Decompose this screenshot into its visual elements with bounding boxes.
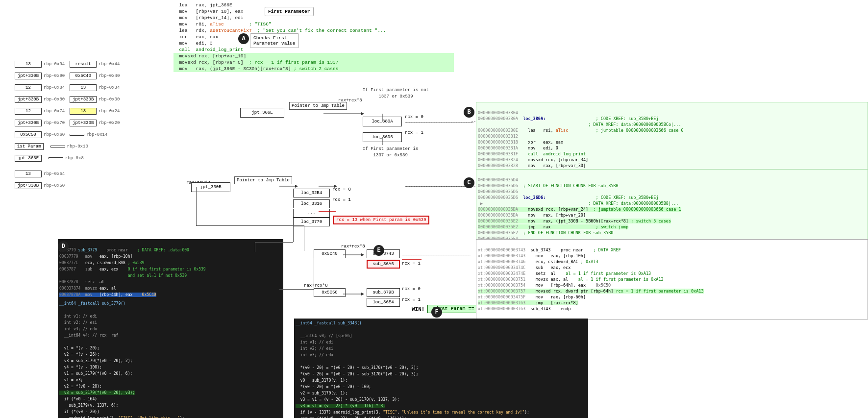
bubble-d: D — [58, 241, 69, 252]
win-text: WIN! — [412, 306, 424, 312]
asm-line-9: movsxd rcx, [rbp+var_10] — [174, 53, 454, 59]
asm-line-8: call android_log_print — [174, 47, 454, 53]
stack-frame-area: 13 rbp-0x94 result rbp-0x44 jpt+330B rbp… — [15, 59, 167, 192]
first-param-callout: First Parameter — [265, 7, 314, 16]
stack-val-7b — [70, 134, 84, 136]
bubble-b: B — [464, 107, 474, 118]
label-pointer-jmptable-2: Pointer to Jmp Table — [234, 176, 292, 184]
label-pointer-jmptable-1: Pointer to Jmp Table — [289, 102, 347, 110]
raxrcx-label-3: rax+rcx*8 — [341, 244, 365, 249]
bubble-e: E — [373, 245, 384, 256]
stack-val-9b — [49, 157, 63, 159]
asm-line-4: mov r8i, aTisc ; "TISC" — [174, 21, 454, 27]
main-container: A B C D E F lea rax, jpt_366E mov [rbp+v… — [0, 0, 868, 418]
asm-line-11: mov rax, (jpt_366E - SC30h)[rax+rcx*8] ;… — [174, 66, 454, 72]
rcx1-label-4: rcx = 1 — [402, 297, 421, 302]
flow-box-loc380a: loc_380A — [363, 117, 402, 126]
stack-val-6a: jpt+330B — [15, 120, 42, 126]
stack-val-5b: 13 — [70, 108, 97, 115]
stack-val-1b: result — [70, 61, 97, 68]
stack-val-3a: 12 — [15, 84, 42, 91]
panel-e: xt:0000000000003743 sub_3743 proc near ;… — [476, 239, 868, 320]
stack-val-8b — [50, 146, 65, 148]
source-panel-right: __int64 _fastcall sub_3343() __int64 v0;… — [294, 319, 588, 418]
horiz-line-3 — [255, 242, 293, 243]
raxrcx-label-1: rax+rcx*8 — [338, 98, 362, 103]
asm-line-10: movsxd rcx, [rbp+var_C] ; rcx = 1 if fir… — [174, 59, 454, 66]
stack-val-5a: 12 — [15, 108, 42, 115]
flow-box-loc3316: loc_3316 — [293, 199, 330, 208]
stack-val-8a: 1st Param — [15, 143, 44, 150]
raxrcx-label-4: rax+rcx*8 — [304, 283, 328, 288]
flow-box-jpt366e: jpt_366E — [240, 108, 284, 118]
stack-val-2b: 0x5C40 — [70, 73, 97, 79]
rcx13-label: rcx = 13 when First param is 0x539 — [333, 216, 429, 224]
source-panel-left: __int64 _fastcall sub_3779() int v1; // … — [58, 299, 283, 418]
checks-first-param-callout: Checks FirstParameter value — [250, 33, 299, 48]
rcx0-label-1: rcx = 0 — [405, 115, 423, 120]
connect-line-c — [405, 186, 473, 187]
flow-box-sub36a6: sub_36A6 — [367, 260, 400, 269]
stack-val-9a: jpt 366E — [15, 155, 42, 162]
stack-val-1a: 13 — [15, 61, 42, 68]
vertical-line-5 — [255, 242, 255, 252]
stack-val-4b: jpt+330B — [70, 96, 97, 103]
connect-line-e — [402, 255, 471, 255]
if-1337-label: If First parameter is1337 or 0x539 — [363, 146, 418, 159]
connect-line-b — [405, 122, 473, 123]
asm-line-5: lea rdx, aBetYouCantFixT ; "Set you can'… — [174, 27, 454, 34]
if-not-1337-label: If First parameter is not1337 or 0x539 — [363, 87, 429, 100]
horiz-line-2 — [279, 289, 314, 290]
stack-val-10a: 13 — [15, 171, 42, 177]
flow-box-loc36e4: loc_36E4 — [367, 298, 400, 307]
rcx1-label-3: rcx = 1 — [402, 261, 421, 266]
bubble-c: C — [464, 177, 474, 188]
top-asm-panel: lea rax, jpt_366E mov [rbp+var_10], eax … — [172, 0, 456, 74]
asm-line-3: mov [rbp+var_14], edi — [174, 15, 454, 21]
flow-box-loc32b4: loc_32B4 — [293, 189, 330, 197]
bubble-f: F — [431, 307, 442, 318]
asm-line-7: mov edi, 3 — [174, 40, 454, 47]
flow-box-loc36d6: loc_36D6 — [363, 132, 402, 142]
stack-val-11a: jpt+330B — [15, 182, 42, 189]
vertical-line-2 — [196, 187, 197, 225]
horiz-line-1 — [196, 225, 304, 226]
flow-box-sub379b: sub_379B — [367, 288, 400, 297]
rcx0-label-3: rcx = 0 — [402, 287, 421, 292]
stack-val-7a: 0x5C50 — [15, 131, 42, 138]
flow-box-dots: ... — [293, 209, 330, 218]
flow-box-jpt330b: jpt_330B — [191, 182, 230, 192]
asm-line-2: mov [rbp+var_10], eax — [174, 8, 454, 15]
stack-val-4a: jpt+330B — [15, 96, 42, 103]
stack-val-3b: 13 — [70, 84, 97, 91]
bubble-a: A — [238, 33, 249, 44]
flow-box-5c40: 0x5C40 — [314, 249, 346, 258]
stack-val-6b: jpt+330B — [70, 120, 97, 126]
rcx0-label-2: rcx = 0 — [332, 187, 351, 192]
stack-val-2a: jpt+330B — [15, 73, 42, 79]
rcx1-label-1: rcx = 1 — [405, 130, 423, 135]
asm-line-1: lea rax, jpt_366E — [174, 2, 454, 8]
asm-line-6: xor eax, eax — [174, 34, 454, 40]
flow-box-5c50: 0x5C50 — [314, 288, 346, 297]
vertical-line-4 — [293, 226, 294, 242]
vertical-line-1 — [304, 225, 304, 251]
vertical-line-3 — [314, 258, 314, 290]
rcx1-label-2: rcx = 1 — [332, 197, 351, 202]
